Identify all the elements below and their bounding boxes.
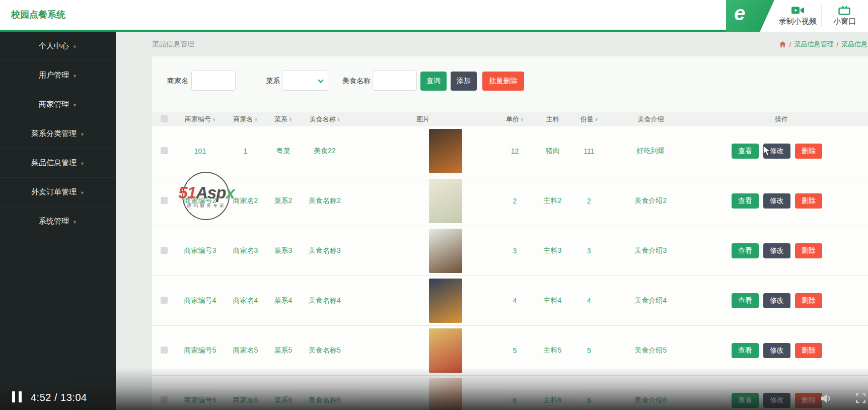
row-checkbox[interactable] bbox=[161, 297, 168, 304]
sort-icon[interactable]: ▲▼ bbox=[337, 117, 340, 121]
food-name-input[interactable] bbox=[373, 71, 417, 91]
column-header[interactable]: 主料 bbox=[534, 115, 571, 124]
row-checkbox[interactable] bbox=[161, 197, 168, 204]
column-header[interactable]: 单价 ▲▼ bbox=[496, 115, 534, 124]
cell-description: 美食介绍6 bbox=[607, 396, 695, 405]
cell-price: 12 bbox=[496, 147, 534, 155]
cell-main-ingredient: 主料4 bbox=[534, 296, 571, 305]
select-all-checkbox[interactable] bbox=[161, 115, 168, 122]
food-image bbox=[429, 328, 462, 373]
sidebar-item-label: 外卖订单管理 bbox=[31, 187, 77, 197]
caret-down-icon: ▼ bbox=[80, 190, 85, 195]
screen: 校园点餐系统 e 录制小视频 小窗口 bbox=[0, 0, 868, 410]
row-checkbox[interactable] bbox=[161, 396, 168, 403]
volume-icon[interactable] bbox=[821, 393, 834, 404]
cell-image bbox=[350, 129, 496, 173]
row-checkbox[interactable] bbox=[161, 347, 168, 354]
table-row: 商家编号5 商家名5 菜系5 美食名称5 5 主料5 5 美食介绍5 查看 修改… bbox=[152, 326, 868, 376]
sort-icon[interactable]: ▲▼ bbox=[521, 117, 524, 121]
record-video-label: 录制小视频 bbox=[779, 17, 817, 26]
cell-price: 5 bbox=[496, 347, 534, 355]
view-button[interactable]: 查看 bbox=[732, 243, 759, 258]
batch-delete-button[interactable]: 批量删除 bbox=[482, 72, 524, 91]
delete-button[interactable]: 删除 bbox=[795, 393, 822, 408]
column-header[interactable]: 商家编号 ▲▼ bbox=[176, 115, 224, 124]
cell-food-name: 美食名称4 bbox=[300, 296, 350, 305]
column-header[interactable]: 图片 bbox=[350, 115, 496, 124]
delete-button[interactable]: 删除 bbox=[795, 144, 822, 159]
browser-logo[interactable]: e bbox=[726, 0, 774, 32]
cell-main-ingredient: 猪肉 bbox=[534, 147, 571, 156]
add-button[interactable]: 添加 bbox=[451, 72, 477, 91]
caret-down-icon: ▼ bbox=[80, 132, 85, 137]
merchant-name-input[interactable] bbox=[191, 71, 236, 91]
fullscreen-icon[interactable] bbox=[856, 393, 865, 403]
sidebar-item[interactable]: 用户管理 ▼ bbox=[0, 61, 116, 90]
food-name-label: 美食名称 bbox=[342, 77, 371, 86]
sort-icon[interactable]: ▲▼ bbox=[255, 117, 258, 121]
cell-food-name: 美食名称5 bbox=[300, 346, 350, 355]
view-button[interactable]: 查看 bbox=[732, 144, 759, 159]
cell-merchant-no: 商家编号4 bbox=[176, 296, 224, 305]
column-header[interactable]: 份量 ▲▼ bbox=[571, 115, 607, 124]
view-button[interactable]: 查看 bbox=[732, 393, 759, 408]
column-header-label: 图片 bbox=[416, 115, 429, 124]
cell-merchant-name: 商家名5 bbox=[224, 346, 267, 355]
edit-button[interactable]: 修改 bbox=[763, 393, 790, 408]
food-image bbox=[429, 179, 462, 223]
cuisine-select[interactable] bbox=[282, 71, 328, 91]
column-header[interactable]: 商家名 ▲▼ bbox=[224, 115, 267, 124]
filter-bar: 商家名 菜系 美食名称 查询 添加 批量删除 bbox=[152, 56, 868, 105]
cell-merchant-no: 101 bbox=[176, 147, 224, 155]
search-button[interactable]: 查询 bbox=[420, 72, 447, 91]
sidebar-item[interactable]: 外卖订单管理 ▼ bbox=[0, 178, 116, 207]
cell-price: 6 bbox=[496, 396, 534, 404]
column-header-label: 菜系 bbox=[274, 115, 287, 124]
breadcrumb-item[interactable]: 菜品信息列 bbox=[841, 40, 868, 49]
delete-button[interactable]: 删除 bbox=[795, 243, 822, 258]
cell-main-ingredient: 主料5 bbox=[534, 346, 571, 355]
breadcrumb-slash: / bbox=[789, 41, 791, 48]
pause-button[interactable] bbox=[12, 391, 22, 402]
row-checkbox[interactable] bbox=[161, 147, 168, 154]
sidebar-item[interactable]: 个人中心 ▼ bbox=[0, 32, 116, 61]
delete-button[interactable]: 删除 bbox=[795, 343, 822, 358]
row-select-cell bbox=[152, 247, 176, 255]
home-icon[interactable] bbox=[779, 41, 786, 48]
edit-button[interactable]: 修改 bbox=[763, 243, 790, 258]
sidebar-item[interactable]: 商家管理 ▼ bbox=[0, 90, 116, 119]
breadcrumb: / 菜品信息管理 / 菜品信息列 bbox=[779, 40, 868, 49]
sidebar-item[interactable]: 系统管理 ▼ bbox=[0, 207, 116, 236]
edit-button[interactable]: 修改 bbox=[763, 193, 790, 209]
sidebar-item-label: 系统管理 bbox=[39, 217, 69, 226]
tv-icon bbox=[838, 6, 851, 15]
record-video-button[interactable]: 录制小视频 bbox=[774, 0, 821, 32]
view-button[interactable]: 查看 bbox=[732, 343, 759, 358]
column-header[interactable]: 操作 bbox=[695, 115, 868, 124]
sort-icon[interactable]: ▲▼ bbox=[212, 117, 215, 121]
sort-icon[interactable]: ▲▼ bbox=[289, 117, 292, 121]
edit-button[interactable]: 修改 bbox=[763, 343, 790, 358]
delete-button[interactable]: 删除 bbox=[795, 193, 822, 209]
view-button[interactable]: 查看 bbox=[732, 193, 759, 209]
cell-actions: 查看 修改 删除 bbox=[695, 243, 868, 258]
breadcrumb-slash: / bbox=[836, 41, 838, 48]
breadcrumb-item[interactable]: 菜品信息管理 bbox=[794, 40, 833, 49]
cell-description: 美食介绍3 bbox=[607, 246, 695, 255]
video-camera-icon bbox=[791, 6, 805, 15]
sidebar-item[interactable]: 菜品信息管理 ▼ bbox=[0, 149, 116, 178]
sort-icon[interactable]: ▲▼ bbox=[595, 117, 598, 121]
pip-window-button[interactable]: 小窗口 bbox=[822, 0, 868, 32]
column-header[interactable]: 菜系 ▲▼ bbox=[267, 115, 300, 124]
column-header[interactable]: 美食介绍 bbox=[607, 115, 695, 124]
edit-button[interactable]: 修改 bbox=[763, 144, 790, 159]
cell-merchant-name: 商家名2 bbox=[224, 196, 267, 206]
cell-merchant-no: 商家编号3 bbox=[176, 246, 224, 255]
column-header[interactable]: 美食名称 ▲▼ bbox=[300, 115, 350, 124]
cell-cuisine: 菜系4 bbox=[267, 296, 300, 305]
row-checkbox[interactable] bbox=[161, 247, 168, 254]
view-button[interactable]: 查看 bbox=[732, 293, 759, 308]
sidebar-item[interactable]: 菜系分类管理 ▼ bbox=[0, 119, 116, 149]
edit-button[interactable]: 修改 bbox=[763, 293, 790, 308]
delete-button[interactable]: 删除 bbox=[795, 293, 822, 308]
